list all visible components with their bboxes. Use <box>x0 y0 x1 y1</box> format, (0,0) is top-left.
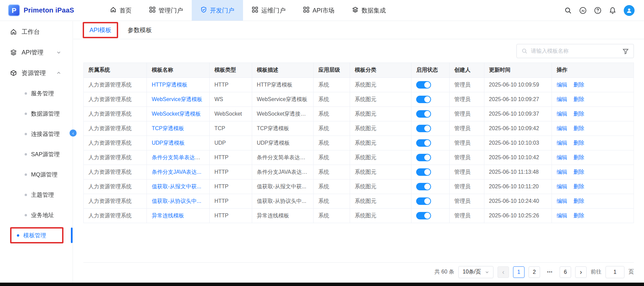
sidebar-item-business-address[interactable]: 业务地址 <box>0 205 73 225</box>
sidebar-item-connector-management[interactable]: 连接器管理 <box>0 124 73 144</box>
template-name-link[interactable]: 值获取-从协议头中... <box>152 198 201 204</box>
delete-link[interactable]: 删除 <box>573 140 584 146</box>
edit-link[interactable]: 编辑 <box>557 213 567 218</box>
table-body: 人力资源管理系统 HTTP穿透模板 HTTP HTTP穿透模板 系统 系统图元 … <box>84 78 634 223</box>
status-toggle[interactable] <box>416 139 431 147</box>
notification-bell-icon[interactable] <box>609 7 616 14</box>
template-name-link[interactable]: UDP穿透模板 <box>152 140 185 146</box>
api-layers-icon <box>10 49 17 56</box>
delete-link[interactable]: 删除 <box>573 169 584 175</box>
edit-link[interactable]: 编辑 <box>557 198 567 204</box>
cell-creator: 管理员 <box>449 107 484 121</box>
edit-link[interactable]: 编辑 <box>557 184 567 189</box>
delete-link[interactable]: 删除 <box>573 125 584 131</box>
cell-category: 系统图元 <box>350 121 411 136</box>
template-name-link[interactable]: WebSocket穿透模板 <box>152 111 201 117</box>
template-name-link[interactable]: 条件分支简单表达式... <box>152 154 205 160</box>
primary-nav: 首页 管理门户 开发门户 运维门户 API市场 数据集成 <box>101 0 395 21</box>
ai-assistant-icon[interactable]: AI <box>579 7 587 14</box>
delete-link[interactable]: 删除 <box>573 96 584 102</box>
nav-item-data-integration[interactable]: 数据集成 <box>343 0 395 21</box>
status-toggle[interactable] <box>416 197 431 205</box>
template-name-link[interactable]: TCP穿透模板 <box>152 125 184 131</box>
sidebar-collapse-button[interactable]: ‹ <box>70 129 77 137</box>
template-name-link[interactable]: HTTP穿透模板 <box>152 82 187 88</box>
sidebar-item-workbench[interactable]: 工作台 <box>0 21 73 42</box>
cell-status <box>411 180 449 194</box>
sidebar-item-datasource-management[interactable]: 数据源管理 <box>0 103 73 124</box>
nav-item-api-market[interactable]: API市场 <box>294 0 343 21</box>
cell-type: WS <box>210 92 252 107</box>
cell-creator: 管理员 <box>449 92 484 107</box>
tab-param-template[interactable]: 参数模板 <box>122 26 157 34</box>
template-name-link[interactable]: WebService穿透模板 <box>152 96 202 102</box>
tab-api-template[interactable]: API模板 <box>83 22 118 38</box>
edit-link[interactable]: 编辑 <box>557 82 567 88</box>
page-button-1[interactable]: 1 <box>513 266 525 278</box>
delete-link[interactable]: 删除 <box>573 213 584 218</box>
user-avatar[interactable] <box>624 5 635 16</box>
grid-icon <box>149 6 156 15</box>
next-page-button[interactable]: › <box>575 266 587 278</box>
sidebar-item-service-management[interactable]: 服务管理 <box>0 83 73 103</box>
bottom-edge-strip <box>0 283 644 286</box>
page-button-6[interactable]: 6 <box>560 266 571 278</box>
goto-page-input[interactable] <box>606 266 624 278</box>
status-toggle[interactable] <box>416 110 431 118</box>
status-toggle[interactable] <box>416 81 431 89</box>
edit-link[interactable]: 编辑 <box>557 169 567 175</box>
nav-item-admin-portal[interactable]: 管理门户 <box>140 0 192 21</box>
sidebar-item-template-management[interactable]: 模板管理 <box>0 225 73 245</box>
delete-link[interactable]: 删除 <box>573 82 584 88</box>
cell-category: 系统图元 <box>350 136 411 150</box>
delete-link[interactable]: 删除 <box>573 184 584 189</box>
template-name-link[interactable]: 异常连线模板 <box>152 213 184 218</box>
delete-link[interactable]: 删除 <box>573 198 584 204</box>
search-icon[interactable] <box>564 7 572 14</box>
status-toggle[interactable] <box>416 183 431 190</box>
tab-bar: API模板 参数模板 <box>73 21 644 39</box>
search-row <box>83 44 634 58</box>
cell-updated: 2025-06-10 10:10:03 <box>484 136 552 150</box>
cell-system: 人力资源管理系统 <box>84 165 147 180</box>
sidebar-item-sap-source-management[interactable]: SAP源管理 <box>0 144 73 164</box>
cell-creator: 管理员 <box>449 150 484 165</box>
cell-creator: 管理员 <box>449 78 484 92</box>
page-button-2[interactable]: 2 <box>529 266 540 278</box>
status-toggle[interactable] <box>416 125 431 132</box>
cell-category: 系统图元 <box>350 194 411 209</box>
edit-link[interactable]: 编辑 <box>557 125 567 131</box>
delete-link[interactable]: 删除 <box>573 111 584 117</box>
edit-link[interactable]: 编辑 <box>557 140 567 146</box>
prev-page-button[interactable]: ‹ <box>498 266 509 278</box>
template-name-link[interactable]: 值获取-从报文中获... <box>152 184 201 189</box>
col-header-type: 模板类型 <box>210 63 252 78</box>
sidebar-item-resource-management[interactable]: 资源管理 <box>0 63 73 83</box>
page-ellipsis[interactable]: ••• <box>544 266 556 278</box>
sidebar-submenu: 服务管理 数据源管理 连接器管理 SAP源管理 MQ源管理 主题管理 业务地址 … <box>0 83 73 245</box>
status-toggle[interactable] <box>416 96 431 103</box>
delete-link[interactable]: 删除 <box>573 154 584 160</box>
sub-item-label: 连接器管理 <box>31 130 60 138</box>
cell-status <box>411 92 449 107</box>
sidebar-item-api-management[interactable]: API管理 <box>0 42 73 63</box>
page-size-select[interactable]: 10条/页 <box>458 266 493 278</box>
nav-item-ops-portal[interactable]: 运维门户 <box>243 0 294 21</box>
edit-link[interactable]: 编辑 <box>557 96 567 102</box>
status-toggle[interactable] <box>416 154 431 161</box>
help-icon[interactable] <box>594 7 601 14</box>
filter-funnel-icon[interactable] <box>622 48 629 54</box>
status-toggle[interactable] <box>416 168 431 176</box>
template-search-input[interactable] <box>531 48 619 54</box>
cell-system: 人力资源管理系统 <box>84 92 147 107</box>
edit-link[interactable]: 编辑 <box>557 111 567 117</box>
sidebar-item-mq-source-management[interactable]: MQ源管理 <box>0 164 73 185</box>
top-navbar: P Primeton iPaaS 首页 管理门户 开发门户 运维门户 API市场… <box>0 0 644 21</box>
nav-item-dev-portal[interactable]: 开发门户 <box>192 0 243 21</box>
nav-item-home[interactable]: 首页 <box>101 0 140 21</box>
status-toggle[interactable] <box>416 212 431 219</box>
cell-actions: 编辑删除 <box>552 136 634 150</box>
sidebar-item-topic-management[interactable]: 主题管理 <box>0 185 73 205</box>
template-name-link[interactable]: 条件分支JAVA表达... <box>152 169 201 175</box>
edit-link[interactable]: 编辑 <box>557 154 567 160</box>
